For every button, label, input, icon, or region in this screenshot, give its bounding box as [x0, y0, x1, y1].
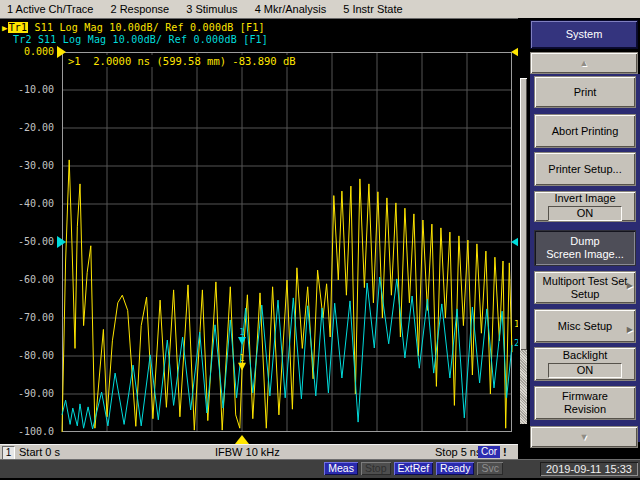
analyzer-screen: 1 Active Ch/Trace 2 Response 3 Stimulus … [0, 0, 640, 480]
datetime-display: 2019-09-11 15:33 [540, 462, 638, 476]
trace2-label: Tr2 [0, 34, 32, 45]
invert-image-label: Invert Image [541, 192, 629, 205]
softkey-menu-title[interactable]: System [530, 20, 638, 49]
sweep-stop-label: Stop 5 ns [435, 445, 481, 459]
y-tick-label: 0.000 [0, 46, 54, 58]
marker-glyph-tr2 [238, 337, 246, 345]
channel-status-bar: 1 Start 0 s IFBW 10 kHz Stop 5 ns Cor ! [0, 444, 518, 460]
trace2-status-line[interactable]: Tr2 S11 Log Mag 10.00dB/ Ref 0.000dB [F1… [0, 34, 268, 46]
backlight-state: ON [548, 363, 622, 378]
printer-setup-button[interactable]: Printer Setup... [534, 152, 636, 186]
y-tick-label: -80.00 [0, 350, 54, 362]
alert-indicator: ! [503, 445, 507, 459]
menu-item-response[interactable]: 2 Response [110, 0, 169, 18]
marker-number-tr1: 1 [240, 354, 245, 363]
up-arrow-icon: ▲ [580, 58, 589, 68]
plot-svg: 1112 [62, 52, 512, 432]
invert-image-state: ON [548, 206, 622, 221]
channel-number: 1 [2, 446, 15, 460]
ref-level-triangle-left-tr1 [57, 46, 66, 58]
y-tick-label: -10.00 [0, 84, 54, 96]
down-arrow-icon: ▼ [580, 432, 589, 442]
y-tick-label: -20.00 [0, 122, 54, 134]
status-badge-extref: ExtRef [394, 462, 434, 475]
sweep-start-label: Start 0 s [19, 445, 60, 459]
firmware-revision-button[interactable]: Firmware Revision [534, 386, 636, 420]
submenu-arrow-icon: ▶ [627, 323, 633, 336]
menu-bar: 1 Active Ch/Trace 2 Response 3 Stimulus … [0, 0, 640, 19]
print-button[interactable]: Print [534, 76, 636, 108]
y-tick-label: -70.00 [0, 312, 54, 324]
multiport-test-set-setup-button[interactable]: Multiport Test Set Setup ▶ [534, 271, 636, 304]
status-badge-svc: Svc [477, 462, 503, 475]
status-badge-ready: Ready [436, 462, 474, 475]
softkey-scroll-down-button[interactable]: ▼ [530, 426, 638, 448]
y-tick-label: -90.00 [0, 388, 54, 400]
correction-badge: Cor [478, 446, 500, 458]
trace1-settings: S11 Log Mag 10.00dB/ Ref 0.000dB [F1] [28, 22, 264, 33]
softkey-scrollbar-thumb[interactable] [520, 78, 527, 350]
backlight-label: Backlight [541, 349, 629, 362]
softkey-scrollbar[interactable] [520, 78, 527, 424]
backlight-button[interactable]: Backlight ON [534, 347, 636, 381]
status-badge-stop: Stop [361, 462, 391, 475]
trace1-status-line[interactable]: ▶Tr1 S11 Log Mag 10.00dB/ Ref 0.000dB [F… [0, 22, 265, 34]
dump-screen-image-button[interactable]: Dump Screen Image... [534, 230, 636, 266]
menu-item-stimulus[interactable]: 3 Stimulus [186, 0, 237, 18]
trace2-settings: S11 Log Mag 10.00dB/ Ref 0.000dB [F1] [32, 34, 268, 45]
y-tick-label: -100.0 [0, 426, 54, 438]
system-status-bar: Meas Stop ExtRef Ready Svc 2019-09-11 15… [0, 459, 640, 478]
status-badge-meas: Meas [324, 462, 358, 475]
measurement-display: ▶Tr1 S11 Log Mag 10.00dB/ Ref 0.000dB [F… [0, 19, 518, 459]
submenu-arrow-icon: ▶ [627, 279, 633, 292]
marker-stimulus-triangle [235, 435, 249, 444]
menu-item-active-ch-trace[interactable]: 1 Active Ch/Trace [7, 0, 93, 18]
menu-item-instr-state[interactable]: 5 Instr State [343, 0, 402, 18]
abort-printing-button[interactable]: Abort Printing [534, 114, 636, 148]
status-badges: Meas Stop ExtRef Ready Svc 2019-09-11 15… [324, 461, 638, 476]
invert-image-button[interactable]: Invert Image ON [534, 191, 636, 222]
softkey-panel: System ▲ Print Abort Printing Printer Se… [518, 18, 640, 459]
misc-setup-button[interactable]: Misc Setup ▶ [534, 309, 636, 343]
ifbw-label: IFBW 10 kHz [215, 445, 280, 459]
y-tick-label: -50.00 [0, 236, 54, 248]
marker-readout: >1 2.0000 ns (599.58 mm) -83.890 dB [66, 55, 298, 67]
trace1-label: Tr1 [8, 22, 29, 33]
softkey-scroll-up-button[interactable]: ▲ [530, 52, 638, 74]
y-tick-label: -40.00 [0, 198, 54, 210]
ref-level-triangle-left-tr2 [57, 236, 66, 248]
active-trace-arrow-icon: ▶ [0, 23, 8, 33]
y-tick-label: -60.00 [0, 274, 54, 286]
menu-item-mkr-analysis[interactable]: 4 Mkr/Analysis [255, 0, 327, 18]
marker-number-tr2: 1 [240, 328, 245, 337]
y-tick-label: -30.00 [0, 160, 54, 172]
